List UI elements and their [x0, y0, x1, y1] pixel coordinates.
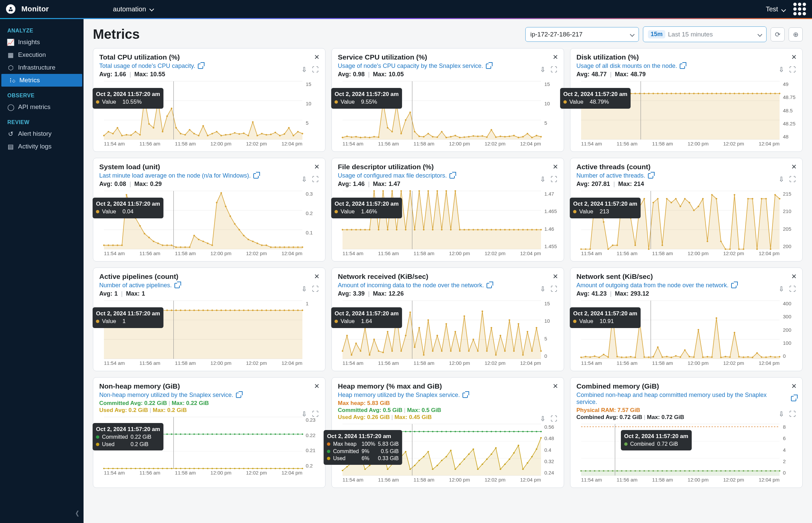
download-icon[interactable]: ⇩ — [539, 176, 546, 183]
x-axis: 11:54 am11:56 am11:58 am12:00 pm12:02 pm… — [581, 360, 779, 367]
download-icon[interactable]: ⇩ — [778, 176, 785, 183]
svg-point-467 — [203, 433, 204, 435]
sidebar-item-execution[interactable]: ▦ Execution — [0, 49, 83, 61]
close-card-button[interactable]: × — [551, 381, 560, 390]
external-link-icon — [198, 64, 203, 69]
download-icon[interactable]: ⇩ — [300, 176, 308, 183]
svg-point-251 — [589, 249, 591, 250]
card-description[interactable]: Last minute load average on the node (n/… — [99, 172, 319, 179]
sidebar-item-insights[interactable]: 📈 Insights — [0, 36, 83, 49]
expand-icon[interactable]: ⛶ — [312, 410, 319, 418]
card-description[interactable]: Amount of incoming data to the node over… — [338, 282, 558, 289]
svg-point-573 — [495, 431, 497, 432]
svg-point-20 — [175, 127, 177, 129]
close-card-button[interactable]: × — [790, 272, 798, 281]
sidebar-item-alert-history[interactable]: ↺ Alert history — [0, 127, 83, 140]
chart[interactable]: Oct 2, 2024 11:57:20 amCombined0.72 GiB … — [577, 424, 796, 484]
svg-point-581 — [531, 431, 533, 432]
svg-point-460 — [171, 433, 172, 435]
card-description[interactable]: Usage of node's CPU capacity by the Snap… — [338, 62, 558, 70]
close-card-button[interactable]: × — [790, 162, 798, 171]
download-icon[interactable]: ⇩ — [300, 410, 308, 418]
chart[interactable]: Oct 2, 2024 11:57:20 am Value 10.91 4003… — [577, 301, 796, 367]
download-icon[interactable]: ⇩ — [539, 415, 546, 422]
chart-tooltip: Oct 2, 2024 11:57:20 amMax heap100%5.83 … — [324, 430, 402, 465]
expand-icon[interactable]: ⛶ — [550, 415, 558, 422]
download-icon[interactable]: ⇩ — [539, 285, 546, 293]
chart[interactable]: Oct 2, 2024 11:57:20 am Value 213 215210… — [577, 191, 796, 258]
add-metric-button[interactable]: ⊕ — [789, 28, 802, 41]
close-card-button[interactable]: × — [551, 53, 560, 61]
card-description[interactable]: Number of active threads. — [577, 172, 796, 179]
chart[interactable]: Oct 2, 2024 11:57:20 amMax heap100%5.83 … — [338, 424, 558, 484]
expand-icon[interactable]: ⛶ — [312, 66, 319, 73]
chart[interactable]: Oct 2, 2024 11:57:20 am Value 1.46% 1.47… — [338, 191, 558, 258]
close-card-button[interactable]: × — [313, 53, 321, 61]
expand-icon[interactable]: ⛶ — [789, 66, 796, 73]
svg-point-130 — [707, 93, 709, 94]
svg-point-205 — [364, 229, 366, 231]
chart[interactable]: Oct 2, 2024 11:57:20 am Value 9.55% 1510… — [338, 81, 558, 148]
chart[interactable]: Oct 2, 2024 11:57:20 am Value 1 1 11:54 … — [99, 301, 319, 367]
workspace-switcher[interactable]: automation — [113, 5, 153, 13]
close-card-button[interactable]: × — [551, 272, 560, 281]
close-card-button[interactable]: × — [790, 381, 798, 390]
close-card-button[interactable]: × — [313, 162, 321, 171]
card-description[interactable]: Total usage of node's CPU capacity. — [99, 62, 319, 70]
card-description[interactable]: Usage of all disk mounts on the node. — [577, 62, 796, 70]
chart[interactable]: Oct 2, 2024 11:57:20 am Value 0.04 0.30.… — [99, 191, 319, 258]
collapse-sidebar-button[interactable]: 《 — [72, 509, 79, 518]
svg-point-43 — [279, 135, 281, 137]
chart-tooltip: Oct 2, 2024 11:57:20 am Value 48.79% — [560, 88, 631, 109]
close-card-button[interactable]: × — [313, 381, 321, 390]
time-range-selector[interactable]: 15m Last 15 minutes — [643, 26, 767, 42]
sidebar-item-activity-logs[interactable]: ▤ Activity logs — [0, 140, 83, 153]
card-description[interactable]: Non-heap memory utilized by the Snaplex … — [99, 392, 319, 399]
expand-icon[interactable]: ⛶ — [550, 66, 558, 73]
download-icon[interactable]: ⇩ — [778, 285, 785, 293]
download-icon[interactable]: ⇩ — [539, 66, 546, 73]
download-icon[interactable]: ⇩ — [778, 66, 785, 73]
download-icon[interactable]: ⇩ — [300, 66, 308, 73]
close-card-button[interactable]: × — [313, 272, 321, 281]
card-actions: ⇩ ⛶ — [539, 285, 558, 293]
chart[interactable]: Oct 2, 2024 11:57:20 am Value 10.55% 151… — [99, 81, 319, 148]
svg-point-46 — [293, 135, 295, 137]
refresh-button[interactable]: ⟳ — [771, 28, 785, 41]
expand-icon[interactable]: ⛶ — [789, 176, 796, 183]
close-card-button[interactable]: × — [790, 53, 798, 61]
expand-icon[interactable]: ⛶ — [550, 176, 558, 183]
svg-point-482 — [270, 433, 272, 435]
svg-point-243 — [536, 229, 537, 231]
card-description[interactable]: Number of active pipelines. — [99, 282, 319, 289]
svg-point-145 — [774, 93, 776, 94]
download-icon[interactable]: ⇩ — [300, 285, 308, 293]
sidebar-item-infrastructure[interactable]: ⬡ Infrastructure — [0, 61, 83, 74]
sidebar-item-api-metrics[interactable]: ◯ API metrics — [0, 101, 83, 113]
card-description[interactable]: Usage of configured max file descriptors… — [338, 172, 558, 179]
chart[interactable]: Oct 2, 2024 11:57:20 amCommitted0.22 GiB… — [99, 417, 319, 477]
card-actions: ⇩ ⛶ — [539, 415, 558, 422]
svg-point-192 — [288, 247, 290, 248]
sidebar-item-metrics[interactable]: ⫶₀ Metrics — [1, 74, 82, 87]
svg-point-216 — [414, 229, 416, 231]
download-icon[interactable]: ⇩ — [778, 410, 785, 418]
chart[interactable]: Oct 2, 2024 11:57:20 am Value 1.64 15105… — [338, 301, 558, 367]
expand-icon[interactable]: ⛶ — [312, 176, 319, 183]
sidebar-item-label: Alert history — [18, 130, 52, 138]
card-description[interactable]: Heap memory utilized by the Snaplex serv… — [338, 392, 558, 399]
expand-icon[interactable]: ⛶ — [789, 410, 796, 418]
user-menu[interactable]: Test — [766, 5, 785, 13]
card-description[interactable]: Amount of outgoing data from the node ov… — [577, 282, 796, 289]
apps-grid-icon[interactable] — [793, 3, 806, 15]
expand-icon[interactable]: ⛶ — [312, 285, 319, 293]
chart[interactable]: Oct 2, 2024 11:57:20 am Value 48.79% 494… — [577, 81, 796, 148]
svg-point-264 — [648, 249, 649, 250]
expand-icon[interactable]: ⛶ — [550, 285, 558, 293]
close-card-button[interactable]: × — [551, 162, 560, 171]
svg-point-118 — [653, 93, 654, 94]
y-axis: 0.30.20.1 — [304, 191, 319, 249]
card-description[interactable]: Combined non-heap and heap committed mem… — [577, 392, 796, 405]
expand-icon[interactable]: ⛶ — [789, 285, 796, 293]
node-selector[interactable]: ip-172-27-186-217 — [525, 27, 639, 42]
